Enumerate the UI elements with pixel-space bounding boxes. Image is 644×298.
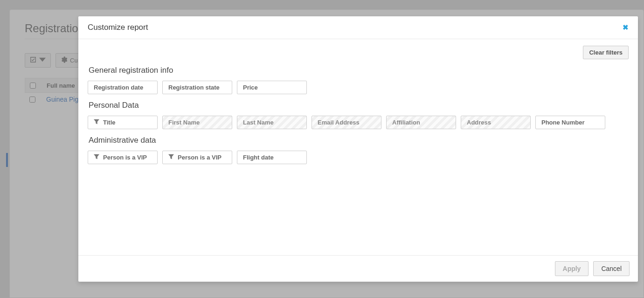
report-section: Personal DataTitleFirst NameLast NameEma… [88, 101, 629, 129]
pill-row: TitleFirst NameLast NameEmail AddressAff… [88, 116, 629, 129]
field-pill-label: Address [467, 119, 491, 126]
modal-body: Clear filters General registration infoR… [78, 39, 638, 255]
filter-icon [94, 119, 99, 126]
pill-row: Registration dateRegistration statePrice [88, 81, 629, 94]
filter-icon [94, 154, 99, 161]
pill-row: Person is a VIPPerson is a VIPFlight dat… [88, 151, 629, 164]
modal-footer: Apply Cancel [78, 255, 638, 282]
report-section: General registration infoRegistration da… [88, 66, 629, 94]
field-pill[interactable]: Email Address [312, 116, 381, 129]
field-pill-label: Person is a VIP [103, 154, 147, 161]
field-pill-label: Price [243, 84, 258, 91]
field-pill[interactable]: Last Name [237, 116, 307, 129]
field-pill-label: Email Address [318, 119, 360, 126]
field-pill[interactable]: Person is a VIP [162, 151, 232, 164]
field-pill[interactable]: Title [88, 116, 158, 129]
clear-filters-button[interactable]: Clear filters [583, 46, 629, 59]
field-pill[interactable]: Registration date [88, 81, 158, 94]
field-pill[interactable]: Affiliation [386, 116, 456, 129]
filter-icon [168, 154, 174, 161]
field-pill-label: Registration state [168, 84, 220, 91]
field-pill[interactable]: Registration state [162, 81, 232, 94]
modal-header: Customize report ✖ [78, 16, 638, 39]
field-pill[interactable]: Address [461, 116, 531, 129]
field-pill-label: Flight date [243, 154, 274, 161]
field-pill[interactable]: Price [237, 81, 307, 94]
customize-report-modal: Customize report ✖ Clear filters General… [78, 16, 638, 282]
close-icon[interactable]: ✖ [623, 23, 629, 32]
clear-filters-row: Clear filters [88, 46, 629, 59]
section-title: Administrative data [89, 136, 629, 145]
field-pill-label: First Name [168, 119, 200, 126]
field-pill[interactable]: First Name [162, 116, 232, 129]
cancel-button[interactable]: Cancel [593, 261, 630, 276]
field-pill-label: Registration date [94, 84, 143, 91]
apply-button[interactable]: Apply [555, 261, 589, 276]
modal-title: Customize report [88, 23, 148, 32]
field-pill-label: Last Name [243, 119, 274, 126]
report-section: Administrative dataPerson is a VIPPerson… [88, 136, 629, 164]
field-pill[interactable]: Person is a VIP [88, 151, 158, 164]
field-pill-label: Phone Number [541, 119, 584, 126]
sections-container: General registration infoRegistration da… [88, 66, 629, 164]
page-background: Registrations Cu Full name [0, 0, 644, 298]
field-pill-label: Affiliation [392, 119, 420, 126]
field-pill[interactable]: Flight date [237, 151, 307, 164]
field-pill-label: Person is a VIP [178, 154, 222, 161]
field-pill[interactable]: Phone Number [535, 116, 605, 129]
section-title: Personal Data [89, 101, 629, 110]
field-pill-label: Title [103, 119, 116, 126]
section-title: General registration info [89, 66, 629, 75]
